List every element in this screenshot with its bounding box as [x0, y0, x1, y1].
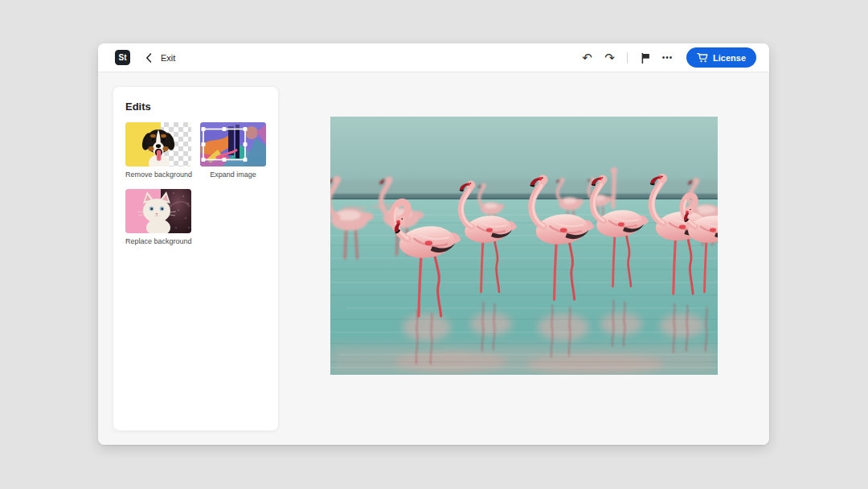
tool-replace-background[interactable]: Replace background: [125, 189, 191, 245]
undo-button[interactable]: ↶: [577, 48, 597, 68]
remove-background-thumbnail: [125, 122, 191, 166]
tool-label-remove-background: Remove background: [125, 171, 191, 179]
redo-button[interactable]: ↷: [600, 48, 620, 68]
license-button[interactable]: License: [686, 47, 756, 68]
replace-background-thumbnail: [125, 189, 191, 233]
more-options-button[interactable]: •••: [657, 48, 678, 68]
tool-remove-background[interactable]: Remove background: [125, 122, 191, 179]
topbar-actions: ↶ ↷ •••: [577, 47, 756, 68]
edits-panel: Edits: [113, 86, 279, 431]
canvas-image-flamingos: [330, 117, 718, 375]
tool-label-expand-image: Expand image: [200, 171, 266, 179]
tools-grid: Remove background: [113, 113, 278, 246]
expand-image-thumbnail: [200, 122, 266, 166]
chevron-left-icon: [145, 53, 152, 63]
edits-heading: Edits: [113, 87, 278, 113]
exit-button[interactable]: Exit: [145, 53, 175, 63]
tool-expand-image[interactable]: Expand image: [200, 122, 266, 179]
topbar-divider: [627, 52, 628, 64]
flag-icon: [640, 52, 651, 64]
tool-label-replace-background: Replace background: [125, 237, 191, 245]
redo-icon: ↷: [604, 51, 615, 64]
report-flag-button[interactable]: [635, 48, 655, 68]
license-label: License: [713, 53, 746, 63]
editor-content: Edits: [98, 72, 769, 445]
exit-label: Exit: [161, 53, 175, 63]
undo-icon: ↶: [582, 51, 592, 64]
adobe-stock-logo: St: [115, 50, 130, 65]
editor-window: St Exit ↶ ↷: [98, 43, 769, 445]
more-options-icon: •••: [662, 54, 674, 62]
shopping-cart-icon: [697, 52, 708, 63]
topbar: St Exit ↶ ↷: [98, 43, 769, 72]
